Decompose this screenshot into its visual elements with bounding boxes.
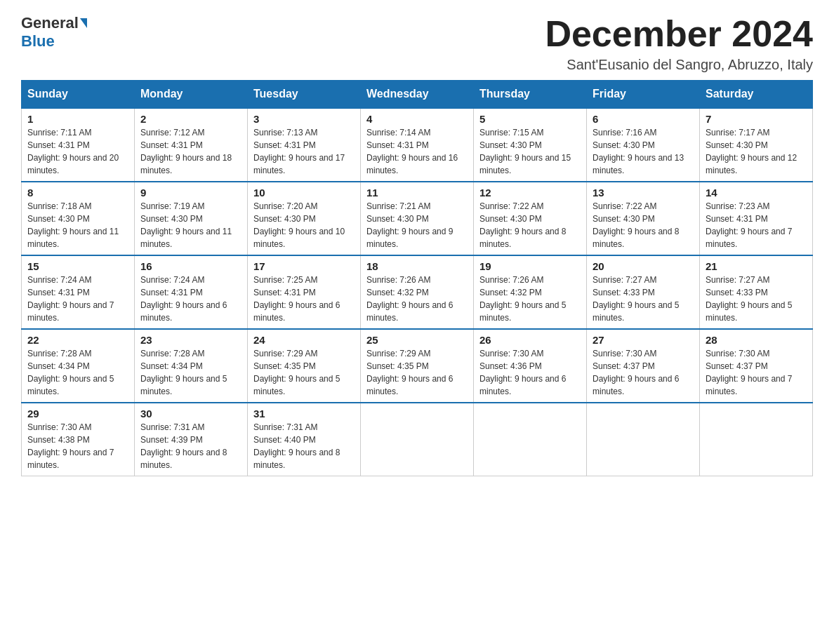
column-header-saturday: Saturday [700, 81, 813, 109]
day-info: Sunrise: 7:31 AMSunset: 4:40 PMDaylight:… [253, 421, 355, 471]
calendar-cell: 22Sunrise: 7:28 AMSunset: 4:34 PMDayligh… [22, 329, 135, 403]
calendar-cell: 26Sunrise: 7:30 AMSunset: 4:36 PMDayligh… [474, 329, 587, 403]
day-info: Sunrise: 7:27 AMSunset: 4:33 PMDaylight:… [706, 274, 807, 324]
calendar-cell: 16Sunrise: 7:24 AMSunset: 4:31 PMDayligh… [135, 255, 248, 329]
week-row-1: 1Sunrise: 7:11 AMSunset: 4:31 PMDaylight… [22, 108, 813, 182]
location-subtitle: Sant'Eusanio del Sangro, Abruzzo, Italy [545, 57, 813, 73]
calendar-cell: 28Sunrise: 7:30 AMSunset: 4:37 PMDayligh… [700, 329, 813, 403]
day-info: Sunrise: 7:13 AMSunset: 4:31 PMDaylight:… [253, 126, 355, 177]
column-header-wednesday: Wednesday [361, 81, 474, 109]
column-header-tuesday: Tuesday [248, 81, 361, 109]
calendar-cell: 12Sunrise: 7:22 AMSunset: 4:30 PMDayligh… [474, 182, 587, 255]
day-info: Sunrise: 7:30 AMSunset: 4:37 PMDaylight:… [593, 347, 694, 398]
calendar-table: SundayMondayTuesdayWednesdayThursdayFrid… [21, 80, 813, 476]
calendar-cell: 21Sunrise: 7:27 AMSunset: 4:33 PMDayligh… [700, 255, 813, 329]
day-info: Sunrise: 7:14 AMSunset: 4:31 PMDaylight:… [366, 126, 468, 177]
calendar-cell: 3Sunrise: 7:13 AMSunset: 4:31 PMDaylight… [248, 108, 361, 182]
day-number: 25 [366, 334, 468, 346]
day-info: Sunrise: 7:28 AMSunset: 4:34 PMDaylight:… [27, 347, 128, 398]
day-info: Sunrise: 7:28 AMSunset: 4:34 PMDaylight:… [140, 347, 241, 398]
day-number: 14 [706, 187, 807, 199]
day-number: 17 [253, 260, 355, 272]
calendar-cell: 25Sunrise: 7:29 AMSunset: 4:35 PMDayligh… [361, 329, 474, 403]
day-number: 20 [593, 260, 694, 272]
day-number: 8 [27, 187, 128, 199]
calendar-cell: 15Sunrise: 7:24 AMSunset: 4:31 PMDayligh… [22, 255, 135, 329]
calendar-cell: 2Sunrise: 7:12 AMSunset: 4:31 PMDaylight… [135, 108, 248, 182]
day-number: 23 [140, 334, 241, 346]
calendar-cell: 4Sunrise: 7:14 AMSunset: 4:31 PMDaylight… [361, 108, 474, 182]
calendar-cell: 11Sunrise: 7:21 AMSunset: 4:30 PMDayligh… [361, 182, 474, 255]
day-info: Sunrise: 7:24 AMSunset: 4:31 PMDaylight:… [140, 274, 241, 324]
calendar-cell: 5Sunrise: 7:15 AMSunset: 4:30 PMDaylight… [474, 108, 587, 182]
column-header-monday: Monday [135, 81, 248, 109]
calendar-cell: 1Sunrise: 7:11 AMSunset: 4:31 PMDaylight… [22, 108, 135, 182]
day-info: Sunrise: 7:22 AMSunset: 4:30 PMDaylight:… [593, 200, 694, 250]
calendar-cell: 29Sunrise: 7:30 AMSunset: 4:38 PMDayligh… [22, 403, 135, 476]
day-number: 15 [27, 260, 128, 272]
day-number: 9 [140, 187, 241, 199]
calendar-cell: 9Sunrise: 7:19 AMSunset: 4:30 PMDaylight… [135, 182, 248, 255]
day-info: Sunrise: 7:16 AMSunset: 4:30 PMDaylight:… [593, 126, 694, 177]
calendar-cell [700, 403, 813, 476]
day-number: 1 [27, 113, 128, 125]
day-number: 12 [479, 187, 581, 199]
day-info: Sunrise: 7:26 AMSunset: 4:32 PMDaylight:… [479, 274, 581, 324]
calendar-cell: 20Sunrise: 7:27 AMSunset: 4:33 PMDayligh… [587, 255, 700, 329]
day-number: 13 [593, 187, 694, 199]
column-header-friday: Friday [587, 81, 700, 109]
day-number: 11 [366, 187, 468, 199]
day-number: 7 [706, 113, 807, 125]
logo: General Blue [21, 14, 87, 51]
calendar-cell: 6Sunrise: 7:16 AMSunset: 4:30 PMDaylight… [587, 108, 700, 182]
day-info: Sunrise: 7:29 AMSunset: 4:35 PMDaylight:… [253, 347, 355, 398]
day-info: Sunrise: 7:22 AMSunset: 4:30 PMDaylight:… [479, 200, 581, 250]
day-number: 16 [140, 260, 241, 272]
day-number: 24 [253, 334, 355, 346]
day-number: 18 [366, 260, 468, 272]
title-area: December 2024 Sant'Eusanio del Sangro, A… [545, 14, 813, 73]
week-row-3: 15Sunrise: 7:24 AMSunset: 4:31 PMDayligh… [22, 255, 813, 329]
week-row-5: 29Sunrise: 7:30 AMSunset: 4:38 PMDayligh… [22, 403, 813, 476]
week-row-2: 8Sunrise: 7:18 AMSunset: 4:30 PMDaylight… [22, 182, 813, 255]
day-info: Sunrise: 7:12 AMSunset: 4:31 PMDaylight:… [140, 126, 241, 177]
day-number: 5 [479, 113, 581, 125]
day-info: Sunrise: 7:23 AMSunset: 4:31 PMDaylight:… [706, 200, 807, 250]
week-row-4: 22Sunrise: 7:28 AMSunset: 4:34 PMDayligh… [22, 329, 813, 403]
calendar-cell: 17Sunrise: 7:25 AMSunset: 4:31 PMDayligh… [248, 255, 361, 329]
calendar-header-row: SundayMondayTuesdayWednesdayThursdayFrid… [22, 81, 813, 109]
calendar-cell: 19Sunrise: 7:26 AMSunset: 4:32 PMDayligh… [474, 255, 587, 329]
day-number: 3 [253, 113, 355, 125]
calendar-cell: 23Sunrise: 7:28 AMSunset: 4:34 PMDayligh… [135, 329, 248, 403]
day-info: Sunrise: 7:26 AMSunset: 4:32 PMDaylight:… [366, 274, 468, 324]
day-info: Sunrise: 7:18 AMSunset: 4:30 PMDaylight:… [27, 200, 128, 250]
page-header: General Blue December 2024 Sant'Eusanio … [21, 14, 813, 73]
day-info: Sunrise: 7:11 AMSunset: 4:31 PMDaylight:… [27, 126, 128, 177]
day-number: 6 [593, 113, 694, 125]
logo-triangle-icon [80, 18, 87, 28]
calendar-cell [474, 403, 587, 476]
day-info: Sunrise: 7:30 AMSunset: 4:37 PMDaylight:… [706, 347, 807, 398]
day-info: Sunrise: 7:15 AMSunset: 4:30 PMDaylight:… [479, 126, 581, 177]
day-number: 27 [593, 334, 694, 346]
day-info: Sunrise: 7:25 AMSunset: 4:31 PMDaylight:… [253, 274, 355, 324]
day-number: 22 [27, 334, 128, 346]
logo-blue-text: Blue [21, 32, 55, 51]
calendar-cell: 14Sunrise: 7:23 AMSunset: 4:31 PMDayligh… [700, 182, 813, 255]
day-info: Sunrise: 7:17 AMSunset: 4:30 PMDaylight:… [706, 126, 807, 177]
day-info: Sunrise: 7:19 AMSunset: 4:30 PMDaylight:… [140, 200, 241, 250]
logo-general-text: General [21, 14, 79, 32]
day-number: 28 [706, 334, 807, 346]
day-number: 21 [706, 260, 807, 272]
calendar-cell [361, 403, 474, 476]
day-number: 4 [366, 113, 468, 125]
day-info: Sunrise: 7:30 AMSunset: 4:36 PMDaylight:… [479, 347, 581, 398]
calendar-cell: 31Sunrise: 7:31 AMSunset: 4:40 PMDayligh… [248, 403, 361, 476]
calendar-cell: 18Sunrise: 7:26 AMSunset: 4:32 PMDayligh… [361, 255, 474, 329]
day-info: Sunrise: 7:31 AMSunset: 4:39 PMDaylight:… [140, 421, 241, 471]
day-info: Sunrise: 7:21 AMSunset: 4:30 PMDaylight:… [366, 200, 468, 250]
column-header-thursday: Thursday [474, 81, 587, 109]
day-number: 10 [253, 187, 355, 199]
day-number: 2 [140, 113, 241, 125]
calendar-cell: 13Sunrise: 7:22 AMSunset: 4:30 PMDayligh… [587, 182, 700, 255]
